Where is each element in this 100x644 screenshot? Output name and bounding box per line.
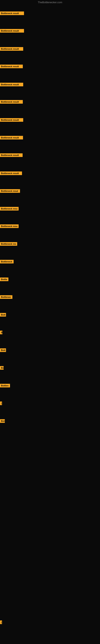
- bottleneck-badge: Bottleneck result: [0, 29, 24, 32]
- bottleneck-badge: Bottleneck resu: [0, 207, 19, 210]
- bottleneck-badge: B: [0, 331, 2, 334]
- bottleneck-badge: Bot: [0, 419, 5, 423]
- bottleneck-badge: Bottlen: [0, 384, 10, 388]
- bottleneck-badge: Bottleneck result: [0, 47, 23, 51]
- bottleneck-badge: Bottleneck result: [0, 83, 23, 86]
- bottleneck-badge: |: [0, 620, 2, 624]
- site-title: TheBottlenecker.com: [0, 1, 100, 4]
- bottleneck-badge: Bott: [0, 313, 6, 316]
- bottleneck-badge: |: [0, 402, 2, 405]
- bottleneck-badge: Bottleneck result: [0, 12, 24, 15]
- bottleneck-badge: Bottleneck result: [0, 100, 23, 104]
- bottleneck-badge: Bottleneck result: [0, 172, 22, 175]
- bottleneck-badge: Bottleneck: [0, 260, 14, 264]
- bottleneck-badge: Bott: [0, 348, 6, 352]
- bottleneck-badge: Bottleneck resu: [0, 224, 19, 228]
- bottleneck-badge: Bottleneck res: [0, 242, 17, 246]
- bottleneck-badge: Bottleneck resul: [0, 189, 20, 193]
- bottleneck-badge: Bottleneck result: [0, 153, 23, 157]
- bottleneck-badge: Bottlenec: [0, 295, 12, 299]
- bottleneck-badge: Bottleneck result: [0, 118, 23, 122]
- bottleneck-badge: Bottle: [0, 278, 8, 281]
- bottleneck-badge: Bo: [0, 366, 3, 370]
- bottleneck-badge: Bottleneck result: [0, 136, 23, 140]
- bottleneck-badge: Bottleneck result: [0, 64, 23, 68]
